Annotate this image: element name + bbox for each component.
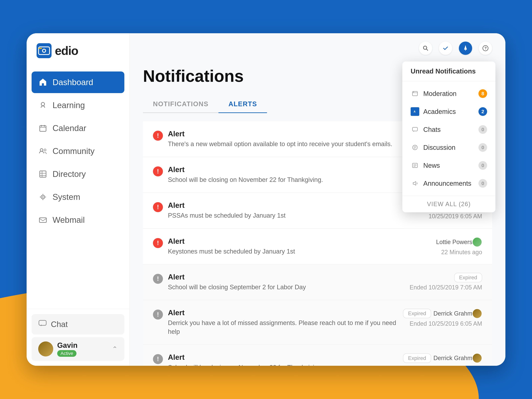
sidebar-item-system[interactable]: System [32,186,124,208]
svg-point-3 [43,50,45,52]
svg-point-5 [41,102,44,106]
academics-icon: A [411,107,419,116]
tab-alerts[interactable]: ALERTS [218,95,267,113]
notification-body: Alert PSSAs must be scheduled by January… [168,201,414,220]
tasks-button[interactable] [439,42,452,55]
dropdown-row-news[interactable]: News 0 [402,156,495,174]
svg-rect-6 [40,126,46,131]
notification-desc: Keystones must be scheduled by January 1… [168,247,414,256]
notification-item[interactable]: ! Alert School will be closing on Novemb… [143,345,492,366]
page-title: Notifications [143,66,244,86]
main-content: ? Notifications VIEWING NOTIFICATIONS AL… [130,33,505,366]
notification-item[interactable]: ! Alert School will be closing September… [143,265,492,300]
dropdown-row-announcements[interactable]: Announcements 0 [402,174,495,192]
dropdown-row-academics[interactable]: A Academics 2 [402,103,495,120]
sidebar-item-webmail-label: Webmail [52,215,85,225]
sidebar-item-webmail[interactable]: Webmail [32,209,124,231]
notification-item[interactable]: ! Alert Derrick you have a lot of missed… [143,300,492,345]
status-badge: Active [57,350,76,357]
notification-user: Lottie Powers [436,239,472,246]
sidebar-item-calendar[interactable]: Calendar [32,117,124,139]
sidebar: edio Dashboard Lear [27,33,130,366]
user-name: Gavin [57,341,108,349]
sidebar-item-dashboard-label: Dashboard [52,77,93,87]
sidebar-item-directory-label: Directory [52,169,86,179]
notification-body: Alert School will be closing on November… [168,353,398,366]
dropdown-row-label-chats: Chats [423,126,475,133]
sidebar-item-dashboard[interactable]: Dashboard [32,71,124,93]
app-name: edio [55,44,78,57]
dropdown-row-label-discussion: Discussion [423,144,475,151]
chats-badge: 0 [478,125,487,134]
svg-text:A: A [414,110,416,113]
directory-icon [38,169,48,179]
notifications-button[interactable] [459,42,472,55]
expired-badge: Expired [403,309,431,318]
notification-item[interactable]: ! Alert Keystones must be scheduled by J… [143,229,492,265]
academics-badge: 2 [478,107,487,116]
alert-icon-gray: ! [153,354,163,364]
dropdown-row-discussion[interactable]: Discussion 0 [402,139,495,156]
logo-icon [37,43,51,58]
notification-title: Alert [168,165,402,174]
alert-icon-red: ! [153,166,163,176]
chevron-up-icon: ⌃ [112,345,118,353]
notification-time: Ended 10/25/2019 6:05 AM [410,365,482,366]
svg-rect-4 [38,48,42,49]
notification-desc: There's a new webmail option available t… [168,140,414,148]
avatar [38,342,53,356]
notification-time: 22 Minutes ago [441,249,482,256]
announcements-icon [411,179,419,188]
announcements-badge: 0 [478,179,487,188]
community-icon [38,146,48,156]
notification-meta: Expired Derrick Grahm Ended 10/25/2019 6… [403,353,482,366]
svg-point-16 [42,196,44,198]
notification-desc: School will be closing on November 22 fo… [168,363,398,366]
svg-rect-18 [39,320,46,325]
tab-notifications[interactable]: NOTIFICATIONS [143,95,218,113]
news-badge: 0 [478,161,487,170]
notification-title: Alert [168,273,405,281]
dropdown-row-label-news: News [423,162,475,169]
chats-icon [411,125,419,134]
sidebar-item-community[interactable]: Community [32,140,124,162]
dropdown-row-label-academics: Academics [423,108,475,115]
expired-badge: Expired [403,354,431,363]
notification-body: Alert Keystones must be scheduled by Jan… [168,237,414,256]
sidebar-item-learning[interactable]: Learning [32,95,124,116]
system-icon [38,192,48,202]
notification-time: Ended 10/25/2019 7:05 AM [410,284,482,291]
sidebar-item-community-label: Community [52,146,95,156]
dropdown-row-label-moderation: Moderation [423,90,475,97]
app-container: edio Dashboard Lear [27,33,505,366]
sidebar-bottom: Chat Gavin Active ⌃ [27,309,129,366]
help-button[interactable]: ? [479,42,492,55]
notification-body: Alert There's a new webmail option avail… [168,130,414,148]
dropdown-row-chats[interactable]: Chats 0 [402,120,495,139]
dropdown-row-moderation[interactable]: Moderation 8 [402,85,495,103]
sidebar-item-system-label: System [52,192,80,202]
svg-text:?: ? [484,46,487,50]
svg-rect-29 [412,127,418,131]
chat-label: Chat [51,320,68,329]
sidebar-item-directory[interactable]: Directory [32,163,124,185]
svg-point-11 [44,149,46,151]
notification-desc: Derrick you have a lot of missed assignm… [168,318,398,336]
webmail-icon [38,215,48,225]
notification-title: Alert [168,353,398,361]
notification-body: Alert Derrick you have a lot of missed a… [168,309,398,336]
mini-avatar [472,237,482,247]
chat-button[interactable]: Chat [32,314,124,335]
user-area[interactable]: Gavin Active ⌃ [32,337,124,361]
mini-avatar [472,353,482,363]
logo-area: edio [27,43,129,71]
search-button[interactable] [419,42,432,55]
user-info: Gavin Active [57,341,108,357]
notification-meta: Expired Ended 10/25/2019 7:05 AM [410,273,482,291]
alert-icon-red: ! [153,238,163,248]
notification-title: Alert [168,130,414,138]
alert-icon-gray: ! [153,274,163,284]
view-all-button[interactable]: VIEW ALL (26) [402,196,495,212]
notification-title: Alert [168,237,414,245]
topbar: ? [130,33,505,60]
